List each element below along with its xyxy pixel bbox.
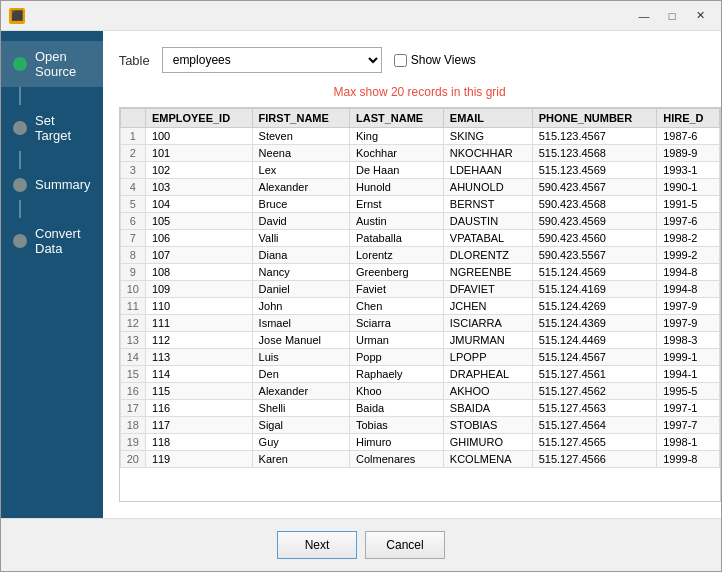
cell-FIRST_NAME: Valli <box>252 230 349 247</box>
row-number: 2 <box>120 145 145 162</box>
cell-EMPLOYEE_ID: 106 <box>145 230 252 247</box>
sidebar-dot-convert-data <box>13 234 27 248</box>
row-number: 14 <box>120 349 145 366</box>
cell-LAST_NAME: De Haan <box>349 162 443 179</box>
cell-EMAIL: GHIMURO <box>443 434 532 451</box>
cell-PHONE_NUMBER: 515.124.4369 <box>532 315 657 332</box>
cell-EMAIL: DLORENTZ <box>443 247 532 264</box>
table-header-row: EMPLOYEE_ID FIRST_NAME LAST_NAME EMAIL P… <box>120 109 719 128</box>
cell-EMPLOYEE_ID: 115 <box>145 383 252 400</box>
cell-FIRST_NAME: Luis <box>252 349 349 366</box>
table-row: 15114DenRaphaelyDRAPHEAL515.127.45611994… <box>120 366 719 383</box>
cell-PHONE_NUMBER: 515.124.4169 <box>532 281 657 298</box>
show-views-label[interactable]: Show Views <box>394 53 476 67</box>
titlebar-left: ⬛ <box>9 8 25 24</box>
table-row: 8107DianaLorentzDLORENTZ590.423.55671999… <box>120 247 719 264</box>
table-label: Table <box>119 53 150 68</box>
cell-HIRE_D: 1997-1 <box>657 400 719 417</box>
row-number: 10 <box>120 281 145 298</box>
table-row: 3102LexDe HaanLDEHAAN515.123.45691993-1 <box>120 162 719 179</box>
cell-PHONE_NUMBER: 515.124.4569 <box>532 264 657 281</box>
sidebar-item-summary[interactable]: Summary <box>1 169 103 200</box>
app-icon: ⬛ <box>9 8 25 24</box>
cell-HIRE_D: 1998-1 <box>657 434 719 451</box>
cell-HIRE_D: 1991-5 <box>657 196 719 213</box>
table-row: 4103AlexanderHunoldAHUNOLD590.423.456719… <box>120 179 719 196</box>
cancel-button[interactable]: Cancel <box>365 531 445 559</box>
table-row: 18117SigalTobiasSTOBIAS515.127.45641997-… <box>120 417 719 434</box>
cell-EMPLOYEE_ID: 117 <box>145 417 252 434</box>
maximize-button[interactable]: □ <box>659 6 685 26</box>
cell-EMAIL: AKHOO <box>443 383 532 400</box>
table-row: 12111IsmaelSciarraISCIARRA515.124.436919… <box>120 315 719 332</box>
row-number: 13 <box>120 332 145 349</box>
sidebar-item-convert-data[interactable]: Convert Data <box>1 218 103 264</box>
cell-EMAIL: DFAVIET <box>443 281 532 298</box>
cell-LAST_NAME: Baida <box>349 400 443 417</box>
cell-EMPLOYEE_ID: 102 <box>145 162 252 179</box>
content-area: Table employees Show Views Max show 20 r… <box>103 31 721 518</box>
col-phone-number: PHONE_NUMBER <box>532 109 657 128</box>
row-number: 20 <box>120 451 145 468</box>
cell-FIRST_NAME: Alexander <box>252 179 349 196</box>
row-number: 6 <box>120 213 145 230</box>
table-container[interactable]: EMPLOYEE_ID FIRST_NAME LAST_NAME EMAIL P… <box>119 107 721 502</box>
cell-LAST_NAME: Hunold <box>349 179 443 196</box>
cell-PHONE_NUMBER: 590.423.4560 <box>532 230 657 247</box>
table-row: 16115AlexanderKhooAKHOO515.127.45621995-… <box>120 383 719 400</box>
next-button[interactable]: Next <box>277 531 357 559</box>
cell-HIRE_D: 1994-1 <box>657 366 719 383</box>
table-row: 17116ShelliBaidaSBAIDA515.127.45631997-1 <box>120 400 719 417</box>
cell-HIRE_D: 1999-2 <box>657 247 719 264</box>
cell-EMAIL: NKOCHHAR <box>443 145 532 162</box>
cell-EMPLOYEE_ID: 118 <box>145 434 252 451</box>
cell-HIRE_D: 1998-3 <box>657 332 719 349</box>
titlebar: ⬛ — □ ✕ <box>1 1 721 31</box>
cell-EMPLOYEE_ID: 100 <box>145 128 252 145</box>
cell-EMAIL: BERNST <box>443 196 532 213</box>
row-number: 3 <box>120 162 145 179</box>
cell-HIRE_D: 1995-5 <box>657 383 719 400</box>
table-row: 2101NeenaKochharNKOCHHAR515.123.45681989… <box>120 145 719 162</box>
cell-HIRE_D: 1994-8 <box>657 281 719 298</box>
table-selector-row: Table employees Show Views <box>119 47 721 73</box>
close-button[interactable]: ✕ <box>687 6 713 26</box>
cell-PHONE_NUMBER: 590.423.4568 <box>532 196 657 213</box>
cell-HIRE_D: 1999-1 <box>657 349 719 366</box>
row-number: 5 <box>120 196 145 213</box>
cell-EMPLOYEE_ID: 105 <box>145 213 252 230</box>
sidebar-dot-set-target <box>13 121 27 135</box>
cell-HIRE_D: 1997-6 <box>657 213 719 230</box>
cell-FIRST_NAME: Guy <box>252 434 349 451</box>
cell-PHONE_NUMBER: 515.127.4563 <box>532 400 657 417</box>
cell-LAST_NAME: Faviet <box>349 281 443 298</box>
cell-LAST_NAME: Tobias <box>349 417 443 434</box>
table-dropdown[interactable]: employees <box>162 47 382 73</box>
cell-EMAIL: SBAIDA <box>443 400 532 417</box>
cell-FIRST_NAME: Ismael <box>252 315 349 332</box>
cell-FIRST_NAME: Nancy <box>252 264 349 281</box>
row-number: 19 <box>120 434 145 451</box>
sidebar-dot-summary <box>13 178 27 192</box>
cell-PHONE_NUMBER: 515.124.4269 <box>532 298 657 315</box>
sidebar-item-set-target[interactable]: Set Target <box>1 105 103 151</box>
cell-PHONE_NUMBER: 515.127.4562 <box>532 383 657 400</box>
table-row: 10109DanielFavietDFAVIET515.124.41691994… <box>120 281 719 298</box>
cell-LAST_NAME: Pataballa <box>349 230 443 247</box>
cell-LAST_NAME: Sciarra <box>349 315 443 332</box>
minimize-button[interactable]: — <box>631 6 657 26</box>
cell-FIRST_NAME: Daniel <box>252 281 349 298</box>
titlebar-controls: — □ ✕ <box>631 6 713 26</box>
cell-FIRST_NAME: Lex <box>252 162 349 179</box>
cell-EMAIL: AHUNOLD <box>443 179 532 196</box>
cell-HIRE_D: 1989-9 <box>657 145 719 162</box>
row-number: 7 <box>120 230 145 247</box>
cell-LAST_NAME: Himuro <box>349 434 443 451</box>
cell-EMPLOYEE_ID: 113 <box>145 349 252 366</box>
cell-HIRE_D: 1998-2 <box>657 230 719 247</box>
show-views-checkbox[interactable] <box>394 54 407 67</box>
row-number: 12 <box>120 315 145 332</box>
sidebar-item-open-source[interactable]: Open Source <box>1 41 103 87</box>
cell-FIRST_NAME: Bruce <box>252 196 349 213</box>
cell-HIRE_D: 1993-1 <box>657 162 719 179</box>
